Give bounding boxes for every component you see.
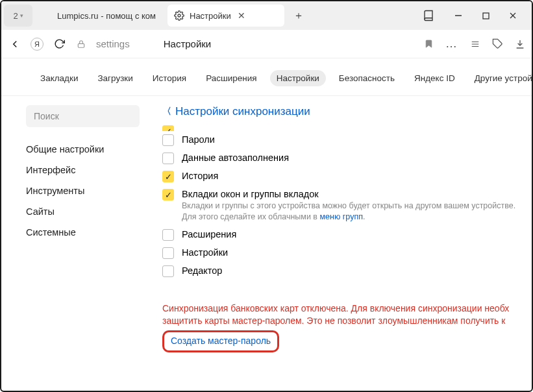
bookmark-icon[interactable] — [424, 39, 434, 49]
sidebar-item-general[interactable]: Общие настройки — [26, 139, 144, 160]
lumpics-favicon-icon — [42, 10, 52, 21]
tab-label: Lumpics.ru - помощ с ком — [57, 11, 156, 21]
reader-mode-icon[interactable] — [423, 10, 434, 21]
svg-point-0 — [178, 14, 180, 17]
tab-close-icon[interactable]: ✕ — [238, 10, 245, 21]
topnav-extensions[interactable]: Расширения — [199, 70, 264, 86]
checkbox-icon[interactable]: ✓ — [162, 171, 174, 182]
back-button[interactable] — [8, 38, 22, 50]
sync-row-label: Вкладки окон и группы вкладок — [182, 189, 519, 199]
sync-row-label: Редактор — [182, 265, 222, 276]
reload-button[interactable] — [52, 38, 66, 49]
create-master-password-highlight: Создать мастер-пароль — [162, 330, 279, 352]
checkbox-icon[interactable] — [162, 265, 174, 277]
sync-row-settings[interactable]: Настройки — [162, 244, 532, 262]
main-panel: 〈 Настройки синхронизации ✓ Закладки Пар… — [144, 96, 532, 392]
sidebar-item-interface[interactable]: Интерфейс — [26, 160, 144, 180]
sync-row-passwords[interactable]: Пароли — [162, 131, 532, 149]
checkbox-icon[interactable] — [162, 134, 174, 146]
menu-button[interactable] — [470, 40, 480, 49]
topnav-history[interactable]: История — [146, 70, 193, 86]
maximize-button[interactable] — [480, 10, 491, 21]
sync-row-label: История — [182, 171, 218, 181]
checkbox-icon[interactable] — [162, 153, 174, 164]
yandex-icon: Я — [31, 38, 43, 51]
minimize-button[interactable] — [452, 10, 464, 21]
create-master-password-link[interactable]: Создать мастер-пароль — [171, 336, 271, 346]
chevron-left-icon: 〈 — [162, 106, 171, 117]
topnav-downloads[interactable]: Загрузки — [91, 70, 139, 86]
extensions-icon[interactable] — [492, 38, 503, 49]
content: Поиск Общие настройки Интерфейс Инструме… — [1, 96, 532, 392]
titlebar: 2 ▾ Lumpics.ru - помощ с ком Настройки ✕… — [1, 1, 532, 30]
tab-group-collapsed[interactable]: 2 ▾ — [4, 5, 32, 27]
sidebar-item-tools[interactable]: Инструменты — [26, 180, 144, 201]
tab-lumpics[interactable]: Lumpics.ru - помощ с ком — [35, 5, 165, 27]
checkbox-icon[interactable] — [162, 229, 174, 241]
sync-row-history[interactable]: ✓ История — [162, 167, 532, 186]
sync-row-label: Данные автозаполнения — [182, 153, 289, 163]
tab-label: Настройки — [190, 11, 231, 21]
address-bar: Я settings Настройки … — [1, 30, 532, 58]
groups-menu-link[interactable]: меню групп — [319, 212, 362, 221]
topnav-settings[interactable]: Настройки — [270, 70, 326, 86]
checkbox-icon[interactable]: ✓ — [162, 189, 174, 201]
tab-settings[interactable]: Настройки ✕ — [167, 5, 284, 27]
window-controls — [443, 10, 528, 21]
yandex-home-button[interactable]: Я — [30, 38, 44, 51]
topnav-yandex-id[interactable]: Яндекс ID — [408, 70, 462, 86]
sync-row-label: Пароли — [182, 134, 215, 145]
sync-row-extensions[interactable]: Расширения — [162, 226, 532, 244]
svg-rect-2 — [483, 13, 489, 19]
sync-settings-heading[interactable]: 〈 Настройки синхронизации — [162, 105, 532, 118]
gear-icon — [174, 10, 184, 21]
downloads-icon[interactable] — [515, 39, 525, 49]
site-info-icon[interactable] — [74, 40, 88, 49]
sync-row-editor[interactable]: Редактор — [162, 262, 532, 280]
window-close-button[interactable] — [507, 10, 519, 21]
chevron-down-icon: ▾ — [20, 12, 23, 19]
sidebar-item-sites[interactable]: Сайты — [26, 201, 144, 222]
url-text[interactable]: settings — [96, 38, 130, 49]
search-input[interactable]: Поиск — [26, 105, 140, 127]
tab-group-count: 2 — [13, 11, 18, 21]
sync-settings-label: Настройки синхронизации — [175, 105, 310, 118]
sidebar: Поиск Общие настройки Интерфейс Инструме… — [1, 96, 144, 392]
topnav-other-devices[interactable]: Другие устройства — [468, 70, 533, 86]
sidebar-item-system[interactable]: Системные — [26, 222, 144, 243]
sync-row-bookmarks[interactable]: ✓ Закладки — [162, 122, 532, 131]
checkbox-icon[interactable] — [162, 247, 174, 259]
settings-topnav: Закладки Загрузки История Расширения Нас… — [1, 58, 532, 96]
sync-row-label: Настройки — [182, 247, 228, 258]
checkbox-icon[interactable]: ✓ — [162, 125, 174, 131]
sync-row-tabs[interactable]: ✓ Вкладки окон и группы вкладок Вкладки … — [162, 186, 532, 226]
topnav-security[interactable]: Безопасность — [332, 70, 401, 86]
overflow-menu-button[interactable]: … — [445, 37, 458, 51]
new-tab-button[interactable]: ＋ — [290, 6, 308, 25]
master-password-warning: Синхронизация банковских карт отключена.… — [162, 302, 526, 352]
sync-row-label: Расширения — [182, 229, 236, 239]
topnav-bookmarks[interactable]: Закладки — [34, 70, 84, 86]
page-title-inline: Настройки — [164, 38, 212, 49]
svg-rect-5 — [78, 43, 84, 47]
sync-row-description: Вкладки и группы с этого устройства можн… — [182, 201, 519, 223]
sync-row-autofill[interactable]: Данные автозаполнения — [162, 149, 532, 167]
